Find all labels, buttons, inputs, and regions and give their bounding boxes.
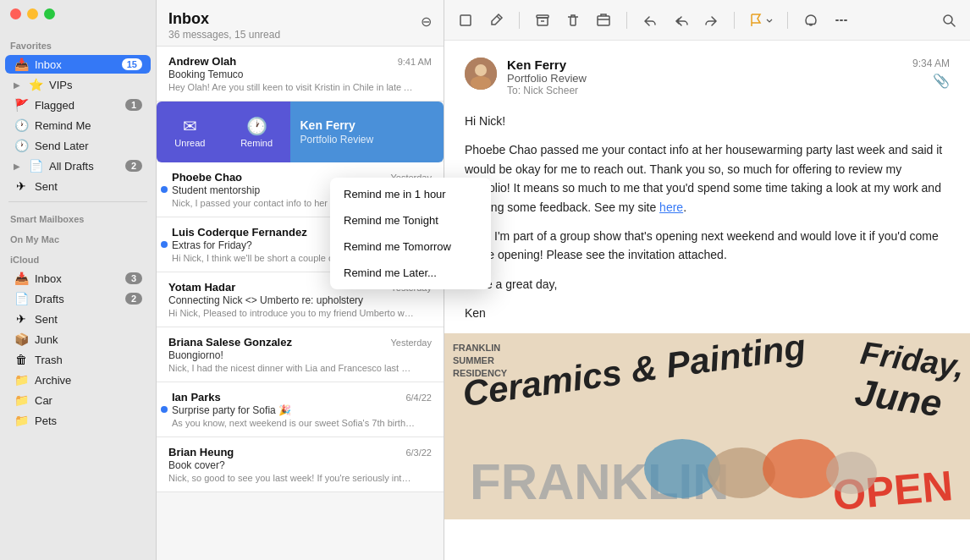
reply-all-button[interactable] (671, 11, 690, 30)
sendlater-icon: 🕐 (14, 139, 29, 152)
sidebar-item-vips[interactable]: ▶ ⭐ VIPs (5, 75, 151, 94)
swipe-kenferry-card[interactable]: Ken Ferry Portfolio Review (290, 102, 444, 162)
message-item-andrew[interactable]: Andrew Olah 9:41 AM Booking Temuco Hey O… (157, 47, 444, 102)
more-button[interactable] (832, 11, 851, 30)
archive-button[interactable] (533, 11, 552, 30)
icloud-inbox-icon: 📥 (14, 272, 29, 285)
swipe-remind-label: Remind (240, 138, 273, 148)
on-my-mac-label: On My Mac (0, 228, 156, 248)
msg-preview: Nick, so good to see you last week! If y… (168, 473, 414, 483)
message-scroll-area[interactable]: Andrew Olah 9:41 AM Booking Temuco Hey O… (157, 47, 444, 560)
message-item-briana[interactable]: Briana Salese Gonzalez Yesterday Buongio… (157, 327, 444, 382)
sidebar-label: Junk (35, 333, 142, 346)
sidebar-item-inbox[interactable]: 📥 Inbox 15 (5, 55, 151, 74)
compose-button[interactable] (456, 11, 475, 30)
unread-indicator (161, 406, 168, 413)
portfolio-link[interactable]: here (659, 200, 683, 214)
msg-sender: Luis Coderque Fernandez (172, 226, 307, 239)
flag-button[interactable] (748, 13, 774, 28)
swipe-unread-button[interactable]: ✉ Unread (157, 102, 223, 162)
remind-later[interactable]: Remind me Later... (330, 260, 444, 286)
body-paragraph-4: Ken (465, 304, 950, 322)
sidebar-item-flagged[interactable]: 🚩 Flagged 1 (5, 96, 151, 114)
sidebar-item-icloud-drafts[interactable]: 📄 Drafts 2 (5, 289, 151, 308)
sent-icon: ✈ (14, 179, 29, 193)
sidebar-item-icloud-archive[interactable]: 📁 Archive (5, 371, 151, 389)
icloud-archive-icon: 📁 (14, 373, 29, 387)
to-label: To: (507, 85, 521, 96)
flagged-icon: 🚩 (14, 98, 29, 112)
search-button[interactable] (940, 11, 958, 30)
msg-sender: Andrew Olah (168, 55, 236, 68)
vip-icon: ⭐ (28, 78, 43, 91)
favorites-section-label: Favorites (0, 34, 156, 54)
toolbar-separator (519, 12, 520, 29)
svg-rect-0 (460, 15, 471, 25)
sidebar-item-icloud-trash[interactable]: 🗑 Trash (5, 350, 151, 369)
minimize-button[interactable] (27, 8, 38, 19)
body-paragraph-3: Have a great day, (465, 275, 950, 294)
msg-sender: Ian Parks (172, 391, 221, 404)
maximize-button[interactable] (44, 8, 55, 19)
sidebar-label: Drafts (35, 293, 119, 305)
msg-subject: Book cover? (168, 459, 432, 471)
move-button[interactable] (594, 11, 613, 30)
sidebar-label: VIPs (49, 79, 142, 91)
icloud-sent-icon: ✈ (14, 312, 29, 326)
email-subject-line: Portfolio Review (507, 72, 902, 85)
icloud-junk-icon: 📦 (14, 332, 29, 346)
toolbar-separator-3 (734, 12, 735, 29)
sidebar-item-icloud-pets[interactable]: 📁 Pets (5, 411, 151, 430)
drafts-arrow-icon: ▶ (14, 162, 20, 171)
icloud-car-icon: 📁 (14, 393, 29, 407)
new-message-button[interactable] (487, 11, 505, 30)
msg-subject: Buongiorno! (168, 349, 432, 361)
msg-time: Yesterday (390, 338, 432, 348)
icloud-pets-icon: 📁 (14, 414, 29, 427)
msg-sender: Phoebe Chao (172, 171, 242, 184)
toolbar-separator-4 (787, 12, 788, 29)
remind-1hour[interactable]: Remind me in 1 hour (330, 181, 444, 207)
svg-line-1 (497, 16, 500, 19)
email-meta: Ken Ferry Portfolio Review To: Nick Sche… (507, 58, 902, 96)
list-header: Inbox 36 messages, 15 unread ⊖ (157, 0, 444, 47)
sidebar-item-icloud-sent[interactable]: ✈ Sent (5, 310, 151, 328)
sidebar-item-icloud-inbox[interactable]: 📥 Inbox 3 (5, 269, 151, 288)
sidebar-label: Remind Me (35, 119, 142, 132)
sidebar-item-remindme[interactable]: 🕐 Remind Me (5, 116, 151, 135)
sidebar-item-sent[interactable]: ✈ Sent (5, 177, 151, 195)
sidebar-label: Inbox (35, 272, 119, 285)
body-paragraph-2: Also, I'm part of a group show that's op… (465, 227, 950, 265)
sidebar-item-icloud-junk[interactable]: 📦 Junk (5, 330, 151, 349)
swipe-remind-button[interactable]: 🕐 Remind (223, 102, 290, 162)
message-item-ian[interactable]: Ian Parks 6/4/22 Surprise party for Sofi… (157, 382, 444, 437)
unread-indicator (161, 186, 168, 193)
filter-icon[interactable]: ⊖ (416, 12, 435, 30)
msg-time: 9:41 AM (398, 57, 432, 67)
forward-button[interactable] (702, 11, 720, 30)
mute-button[interactable] (802, 11, 820, 30)
msg-preview: Nick, I had the nicest dinner with Lia a… (168, 363, 414, 373)
message-item-brian[interactable]: Brian Heung 6/3/22 Book cover? Nick, so … (157, 437, 444, 492)
sidebar-label: Sent (35, 313, 142, 326)
sidebar-item-alldrafts[interactable]: ▶ 📄 All Drafts 2 (5, 156, 151, 175)
reply-button[interactable] (641, 11, 659, 30)
sidebar-item-sendlater[interactable]: 🕐 Send Later (5, 136, 151, 155)
msg-subject: Connecting Nick <> Umberto re: upholster… (168, 294, 432, 306)
remind-tomorrow[interactable]: Remind me Tomorrow (330, 233, 444, 260)
remind-dropdown-menu: Remind me in 1 hour Remind me Tonight Re… (330, 178, 444, 289)
close-button[interactable] (10, 8, 21, 19)
swipe-actions-row: ✉ Unread 🕐 Remind Ken Ferry Portfolio Re… (157, 102, 444, 162)
sidebar-label: Send Later (35, 140, 142, 152)
remind-tonight[interactable]: Remind me Tonight (330, 207, 444, 233)
svg-rect-3 (598, 16, 609, 25)
artwork-ceramics-text: Ceramics & Painting (460, 333, 808, 415)
sidebar-label: All Drafts (49, 160, 119, 173)
swipe-actions: ✉ Unread 🕐 Remind Ken Ferry Portfolio Re… (157, 102, 444, 162)
trash-button[interactable] (564, 11, 582, 30)
greeting: Hi Nick! (465, 112, 950, 130)
smart-mailboxes-label: Smart Mailboxes (0, 207, 156, 228)
sidebar-item-icloud-car[interactable]: 📁 Car (5, 391, 151, 409)
email-toolbar (444, 0, 970, 41)
sidebar-label: Car (35, 394, 142, 407)
